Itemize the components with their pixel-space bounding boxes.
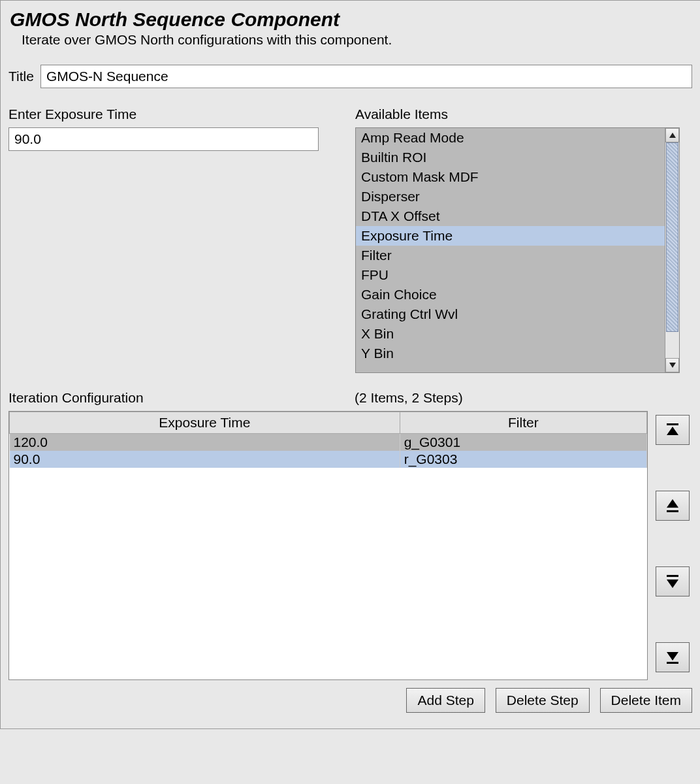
available-item[interactable]: Builtin ROI — [356, 148, 679, 167]
config-table[interactable]: Exposure Time Filter 120.0g_G030190.0r_G… — [8, 411, 648, 680]
cell-filter[interactable]: r_G0303 — [400, 451, 646, 468]
add-step-button[interactable]: Add Step — [406, 688, 485, 713]
available-item[interactable]: Gain Choice — [356, 285, 679, 304]
svg-marker-8 — [667, 652, 678, 661]
scroll-down-icon[interactable] — [665, 358, 679, 372]
move-down-button[interactable] — [656, 566, 690, 596]
table-row[interactable]: 90.0r_G0303 — [10, 451, 647, 468]
config-label: Iteration Configuration — [8, 390, 355, 406]
available-label: Available Items — [355, 106, 692, 122]
available-items-list[interactable]: Amp Read ModeBuiltin ROICustom Mask MDFD… — [355, 127, 680, 373]
scrollbar[interactable] — [665, 128, 679, 372]
available-item[interactable]: DTA X Offset — [356, 206, 679, 226]
cell-exposure[interactable]: 90.0 — [10, 451, 400, 468]
page-title: GMOS North Sequence Component — [10, 8, 692, 31]
available-item[interactable]: Y Bin — [356, 344, 679, 363]
delete-item-button[interactable]: Delete Item — [600, 688, 692, 713]
cell-filter[interactable]: g_G0301 — [400, 434, 646, 451]
available-item[interactable]: Amp Read Mode — [356, 128, 679, 148]
scroll-thumb[interactable] — [666, 142, 678, 332]
svg-marker-4 — [667, 499, 678, 508]
col-exposure[interactable]: Exposure Time — [10, 412, 400, 434]
move-up-button[interactable] — [656, 491, 690, 521]
available-item[interactable]: X Bin — [356, 324, 679, 344]
svg-marker-0 — [669, 133, 676, 138]
available-item[interactable]: Grating Ctrl Wvl — [356, 304, 679, 324]
col-filter[interactable]: Filter — [400, 412, 646, 434]
cell-exposure[interactable]: 120.0 — [10, 434, 400, 451]
exposure-input[interactable] — [8, 127, 319, 151]
svg-rect-9 — [667, 662, 678, 664]
move-bottom-button[interactable] — [656, 642, 690, 672]
config-summary: (2 Items, 2 Steps) — [355, 390, 463, 406]
title-label: Title — [8, 69, 34, 84]
available-item[interactable]: Disperser — [356, 187, 679, 206]
available-item[interactable]: Filter — [356, 246, 679, 265]
svg-rect-2 — [667, 423, 678, 425]
table-row[interactable]: 120.0g_G0301 — [10, 434, 647, 451]
scroll-up-icon[interactable] — [665, 128, 679, 142]
svg-marker-1 — [669, 363, 676, 368]
scroll-track[interactable] — [665, 142, 679, 358]
svg-rect-5 — [667, 510, 678, 512]
delete-step-button[interactable]: Delete Step — [496, 688, 590, 713]
page-subtitle: Iterate over GMOS North configurations w… — [22, 32, 692, 48]
exposure-label: Enter Exposure Time — [8, 106, 319, 122]
move-top-button[interactable] — [656, 415, 690, 445]
available-item[interactable]: Exposure Time — [356, 226, 679, 246]
svg-marker-3 — [667, 427, 678, 435]
svg-rect-6 — [667, 575, 678, 577]
sequence-panel: GMOS North Sequence Component Iterate ov… — [0, 0, 700, 729]
svg-marker-7 — [667, 580, 678, 588]
available-item[interactable]: FPU — [356, 265, 679, 285]
title-input[interactable] — [40, 65, 692, 88]
available-item[interactable]: Custom Mask MDF — [356, 167, 679, 187]
